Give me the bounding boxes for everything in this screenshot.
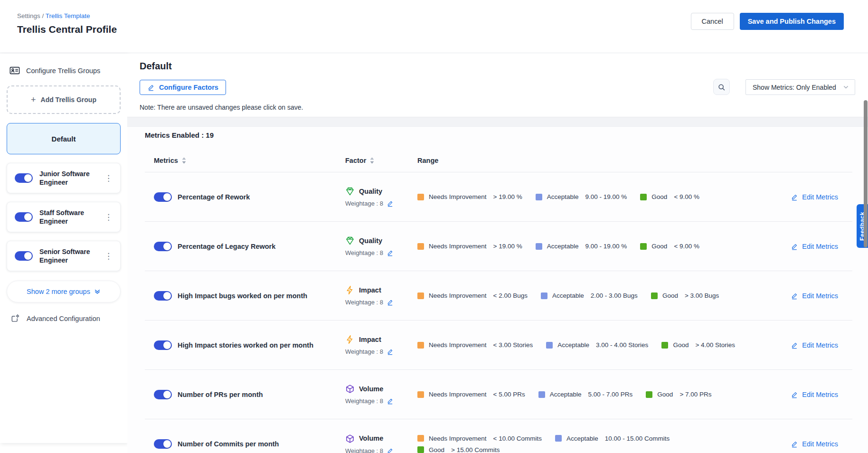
table-body: Percentage of Rework Quality Weightage :… [145,172,852,453]
save-and-publish-button[interactable]: Save and Publish Changes [740,13,844,30]
range-label: Needs Improvement [429,292,487,299]
breadcrumb: Settings / Trellis Template [17,12,90,19]
edit-metrics-link[interactable]: Edit Metrics [791,341,838,349]
edit-metrics-link[interactable]: Edit Metrics [791,440,838,448]
metric-name: Percentage of Rework [178,193,250,201]
range-item: Good < 9.00 % [640,243,699,250]
sidebar-section-title: Configure Trellis Groups [26,67,100,75]
double-chevron-down-icon [94,288,101,295]
range-label: Good [657,391,673,398]
edit-pencil-icon [791,440,798,448]
weightage-label: Weightage : 8 [345,398,383,404]
range-value: < 9.00 % [674,243,699,250]
kebab-menu-icon[interactable]: ⋮ [102,250,115,262]
range-label: Good [429,446,444,453]
edit-metrics-link[interactable]: Edit Metrics [791,391,838,398]
group-list: Junior Software Engineer ⋮ Staff Softwar… [7,163,121,271]
edit-metrics-label: Edit Metrics [802,341,838,349]
metric-toggle[interactable] [154,439,172,449]
configure-factors-button[interactable]: Configure Factors [140,80,226,95]
sidebar-group-card[interactable]: Staff Software Engineer ⋮ [7,202,121,232]
metric-toggle[interactable] [154,390,172,399]
edit-metrics-label: Edit Metrics [802,391,838,398]
range-item: Acceptable 9.00 - 19.00 % [536,193,627,200]
sidebar-item-default[interactable]: Default [7,123,121,154]
show-more-groups-label: Show 2 more groups [27,288,90,295]
range-label: Acceptable [547,243,579,250]
edit-weightage-pencil-icon[interactable] [387,200,394,207]
group-toggle[interactable] [15,173,33,183]
kebab-menu-icon[interactable]: ⋮ [102,172,115,184]
vertical-scrollbar-thumb[interactable] [864,100,868,247]
edit-weightage-pencil-icon[interactable] [387,348,394,355]
range-value: < 10.00 Commits [493,435,542,442]
edit-weightage-pencil-icon[interactable] [387,447,394,453]
factor-icon [345,236,355,245]
factor-icon [345,335,355,344]
lightning-icon [345,285,355,295]
metric-toggle[interactable] [154,192,172,202]
id-card-icon [9,66,20,75]
range-label: Good [673,341,689,349]
range-label: Acceptable [547,193,579,200]
search-button[interactable] [713,79,730,95]
weightage-row: Weightage : 8 [345,447,417,453]
metric-toggle[interactable] [154,291,172,301]
table-row: High Impact stories worked on per month … [145,321,852,370]
range-value: > 3.00 Bugs [685,292,719,299]
range-value: 2.00 - 3.00 Bugs [591,292,638,299]
sidebar-group-card[interactable]: Junior Software Engineer ⋮ [7,163,121,193]
table-row: Percentage of Rework Quality Weightage :… [145,172,852,222]
group-toggle[interactable] [15,251,33,261]
range-item: Needs Improvement > 19.00 % [417,243,522,250]
range-color-swatch [417,194,424,200]
cancel-button[interactable]: Cancel [691,13,734,30]
table-header-row: Metrics Factor Range [145,149,852,172]
edit-weightage-pencil-icon[interactable] [387,299,394,306]
factor-cell: Quality Weightage : 8 [345,236,417,256]
metric-toggle[interactable] [154,242,172,251]
factor-name: Quality [359,237,382,245]
edit-metrics-label: Edit Metrics [802,243,838,250]
show-metrics-dropdown[interactable]: Show Metrics: Only Enabled [745,79,855,95]
lightning-icon [345,335,355,344]
range-item: Needs Improvement > 19.00 % [417,193,522,200]
show-more-groups-button[interactable]: Show 2 more groups [7,281,121,302]
range-item: Good > 4.00 Stories [661,341,735,349]
factor-icon [345,434,355,444]
factor-cell: Quality Weightage : 8 [345,187,417,207]
add-trellis-group-button[interactable]: + Add Trellis Group [7,85,121,114]
edit-weightage-pencil-icon[interactable] [387,397,394,405]
range-item: Acceptable 2.00 - 3.00 Bugs [541,292,638,299]
range-color-swatch [536,243,542,250]
cube-icon [345,384,355,394]
breadcrumb-current-link[interactable]: Trellis Template [46,12,90,19]
group-toggle[interactable] [15,212,33,222]
range-label: Good [662,292,678,299]
gem-icon [345,187,355,196]
factor-icon [345,285,355,295]
advanced-configuration-link[interactable]: Advanced Configuration [10,314,121,323]
main-header: Default Configure Factors Note: There ar… [127,54,868,117]
edit-metrics-link[interactable]: Edit Metrics [791,193,838,201]
sort-icon[interactable] [370,157,374,164]
column-header-metrics[interactable]: Metrics [145,157,345,164]
sidebar-section-header: Configure Trellis Groups [9,66,121,75]
edit-weightage-pencil-icon[interactable] [387,249,394,256]
sort-icon[interactable] [182,157,186,164]
plus-icon: + [31,95,36,105]
column-header-factor[interactable]: Factor [345,157,417,164]
edit-metrics-label: Edit Metrics [802,440,838,448]
edit-metrics-link[interactable]: Edit Metrics [791,243,838,250]
range-color-swatch [536,194,542,200]
gem-icon [345,236,355,245]
sidebar-group-card[interactable]: Senior Software Engineer ⋮ [7,241,121,271]
range-color-swatch [417,342,424,349]
weightage-row: Weightage : 8 [345,397,417,405]
kebab-menu-icon[interactable]: ⋮ [102,211,115,223]
topbar-actions: Cancel Save and Publish Changes [691,13,844,30]
edit-metrics-link[interactable]: Edit Metrics [791,292,838,300]
metric-toggle[interactable] [154,340,172,350]
breadcrumb-root[interactable]: Settings [17,12,40,19]
range-value: > 15.00 Commits [451,446,500,453]
